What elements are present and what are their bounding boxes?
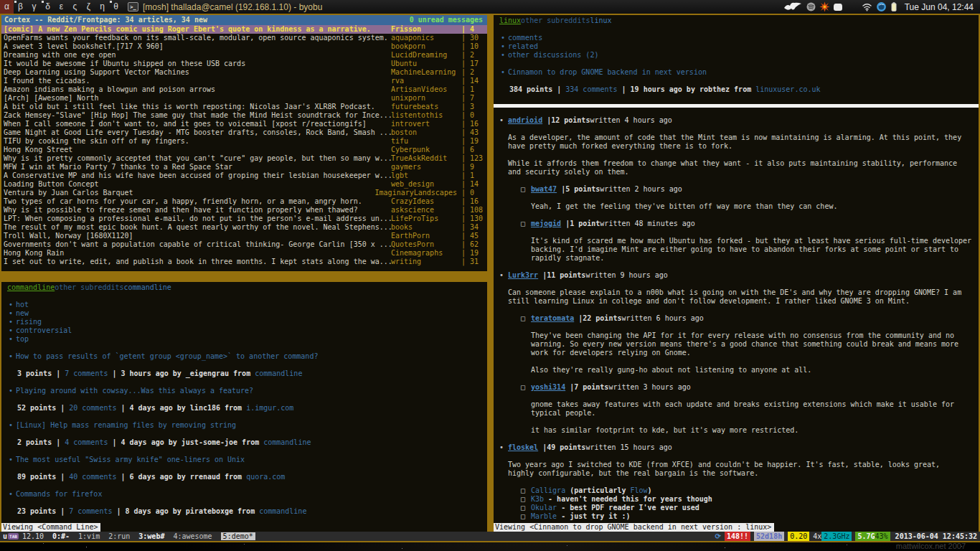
spotify-icon[interactable]: [806, 1, 816, 12]
post-row[interactable]: Why is it possible to freeze semen and t…: [1, 206, 487, 215]
comment-author[interactable]: andrioid: [508, 116, 542, 124]
post-title-link[interactable]: Cinnamon to drop GNOME backend in next v…: [508, 68, 707, 76]
post-row[interactable]: Hong Kong StreetCyberpunk | 6: [1, 146, 487, 154]
tag-ς[interactable]: ς: [68, 0, 82, 14]
post-subreddit[interactable]: bookporn: [391, 42, 457, 51]
post-row[interactable]: Loading Button Conceptweb_design | 14: [1, 180, 487, 189]
post-subreddit[interactable]: web_design: [391, 180, 457, 189]
subreddit-tab[interactable]: linux: [590, 17, 611, 24]
post-title-link[interactable]: Playing around with cowsay...Was this al…: [16, 387, 253, 395]
post-source-link[interactable]: quora.com: [246, 473, 285, 481]
dropbox-icon[interactable]: [833, 2, 843, 12]
post-row[interactable]: A bit old but i still feel like this is …: [1, 103, 487, 111]
tag-θ[interactable]: θ: [109, 0, 123, 14]
post-source-link[interactable]: commandline: [263, 438, 311, 446]
post-title-link[interactable]: Commands for firefox: [16, 490, 102, 498]
post-subreddit[interactable]: writing: [391, 258, 457, 266]
nav-item-related[interactable]: •related: [499, 42, 979, 51]
tag-α[interactable]: α: [0, 0, 14, 14]
post-subreddit[interactable]: CrazyIdeas: [391, 197, 457, 206]
post-row[interactable]: A sweet 3 level bookshelf.[717 X 960]boo…: [1, 42, 487, 51]
comments-link[interactable]: 7 comments: [65, 369, 108, 377]
other-subreddits-link[interactable]: other subreddits: [55, 283, 123, 291]
battery-icon[interactable]: [890, 1, 897, 12]
post-subreddit[interactable]: LifeProTips: [391, 215, 457, 223]
post-source-link[interactable]: commandline: [259, 507, 306, 515]
app-link[interactable]: Calligra: [531, 486, 565, 494]
post-subreddit[interactable]: Cinemagraphs: [391, 249, 457, 258]
post-author[interactable]: robthez: [699, 85, 730, 93]
post-subreddit[interactable]: TrueAskReddit: [391, 154, 457, 163]
post-subreddit[interactable]: introvert: [391, 120, 457, 128]
post-source-link[interactable]: i.imgur.com: [246, 404, 293, 412]
post-subreddit[interactable]: Ubuntu: [391, 60, 457, 68]
post-row[interactable]: Ventura by Juan Carlos BarquetImaginaryL…: [1, 189, 487, 197]
post-row[interactable]: [comic] A new Zen Pencils comic using Ro…: [1, 25, 487, 34]
post-row[interactable]: I set out to write, edit, and publish a …: [1, 258, 487, 266]
bird-icon[interactable]: [784, 1, 803, 13]
comment-author[interactable]: yoshi314: [531, 383, 565, 391]
post-row[interactable]: It would be awesome if Ubuntu shipped on…: [1, 60, 487, 68]
nav-item-controversial[interactable]: •controversial: [7, 326, 487, 335]
nav-item-comments[interactable]: •comments: [499, 34, 979, 42]
comment-author[interactable]: floskel: [508, 443, 538, 451]
post-author[interactable]: rrenaud: [190, 473, 220, 481]
post-row[interactable]: TIFU by cooking the skin off of my finge…: [1, 137, 487, 146]
tag-γ[interactable]: γ: [27, 0, 41, 14]
byobu-window-2[interactable]: 2:run: [108, 532, 130, 540]
post-row[interactable]: When I call someone I don't want to, and…: [1, 120, 487, 128]
post-row[interactable]: Two types of car horns for your car, a h…: [1, 197, 487, 206]
post-title-link[interactable]: [Linux] Help mass renaming files by remo…: [16, 421, 236, 429]
post-subreddit[interactable]: books: [391, 223, 457, 232]
comment-author[interactable]: bwat47: [531, 185, 557, 193]
app-link[interactable]: Okular: [531, 504, 557, 512]
wifi-icon[interactable]: [862, 2, 872, 11]
comments-link[interactable]: 334 comments: [565, 85, 617, 93]
comments-link[interactable]: 20 comments: [69, 404, 116, 412]
clock[interactable]: Tue Jun 04, 12:44: [905, 2, 974, 12]
post-author[interactable]: pirateboxge: [186, 507, 233, 515]
comments-link[interactable]: 4 comments: [65, 438, 108, 446]
byobu-window-1[interactable]: 1:vim: [78, 532, 100, 540]
post-subreddit[interactable]: aquaponics: [391, 34, 457, 42]
post-subreddit[interactable]: Cyberpunk: [391, 146, 457, 154]
comment-author[interactable]: teratomata: [531, 314, 574, 322]
post-row[interactable]: The result of my most epic book hunt. A …: [1, 223, 487, 232]
post-subreddit[interactable]: tifu: [391, 137, 457, 146]
post-row[interactable]: Troll Wall, Norway [1680X1120]EarthPorn …: [1, 232, 487, 240]
post-row[interactable]: Amazon indians making a blowgun and pois…: [1, 85, 487, 94]
comment-author[interactable]: Lurk3rr: [508, 271, 538, 279]
comments-link[interactable]: 40 comments: [69, 473, 116, 481]
post-subreddit[interactable]: ImaginaryLandscapes: [375, 189, 457, 197]
nav-item-other-discussions-2-[interactable]: •other discussions (2): [499, 51, 979, 60]
post-subreddit[interactable]: lgbt: [391, 171, 457, 180]
tag-δ[interactable]: δ: [41, 0, 55, 14]
other-subreddits-link[interactable]: other subreddits: [521, 17, 590, 24]
comment-author[interactable]: mejogid: [531, 220, 561, 227]
post-source-link[interactable]: commandline: [255, 369, 302, 377]
post-author[interactable]: _eigengrau: [186, 369, 229, 377]
byobu-window-3[interactable]: 3:web#: [138, 532, 164, 540]
post-subreddit[interactable]: unixporn: [391, 94, 457, 103]
post-subreddit[interactable]: QuotesPorn: [391, 240, 457, 249]
blue-orb-icon[interactable]: [876, 1, 887, 12]
post-row[interactable]: MFW I win at Mario Party 7 thanks to a R…: [1, 163, 487, 171]
post-row[interactable]: Hong Kong RainCinemagraphs | 19: [1, 249, 487, 258]
nav-item-rising[interactable]: •rising: [7, 318, 487, 326]
post-subreddit[interactable]: listentothis: [391, 111, 457, 120]
post-subreddit[interactable]: ArtisanVideos: [391, 85, 457, 94]
post-subreddit[interactable]: futurebeats: [391, 103, 457, 111]
nav-item-new[interactable]: •new: [7, 309, 487, 318]
starburst-icon[interactable]: [819, 1, 830, 12]
app-link[interactable]: K3b: [531, 495, 544, 503]
post-source-link[interactable]: linuxuser.co.uk: [755, 85, 820, 93]
post-subreddit[interactable]: LucidDreaming: [391, 51, 457, 60]
post-row[interactable]: OpenFarms wants your feedback on its sma…: [1, 34, 487, 42]
post-title-link[interactable]: How to pass results of `getent group <gr…: [16, 352, 318, 360]
post-row[interactable]: [Arch] [Awesome] Northunixporn | 7: [1, 94, 487, 103]
nav-item-hot[interactable]: •hot: [7, 301, 487, 309]
nav-item-top[interactable]: •top: [7, 335, 487, 344]
post-subreddit[interactable]: rva: [391, 77, 457, 85]
post-row[interactable]: Why is it pretty commonly accepted that …: [1, 154, 487, 163]
post-subreddit[interactable]: EarthPorn: [391, 232, 457, 240]
